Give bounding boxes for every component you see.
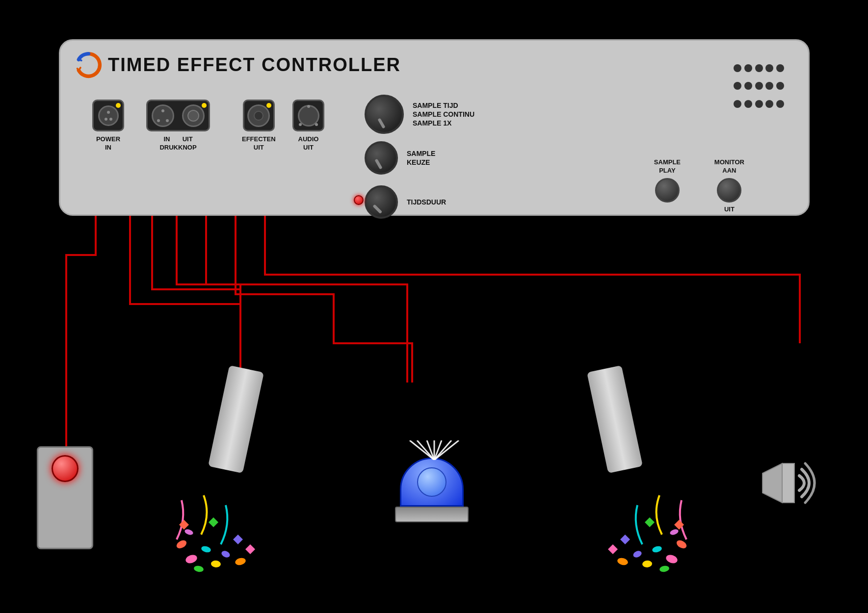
connector-socket-audio-uit	[292, 100, 324, 131]
panel-logo: TIMED EFFECT CONTROLLER	[75, 51, 401, 78]
xlr-pin	[307, 105, 310, 108]
svg-point-17	[659, 565, 670, 572]
connector-drukknop: IN UITDRUKKNOP	[146, 100, 210, 152]
knob-label-sample-keuze: SAMPLEKEUZE	[407, 149, 435, 167]
sample-play-button-group: SAMPLEPLAY	[654, 158, 681, 203]
grille-dot	[744, 82, 752, 90]
grille-dot	[734, 82, 741, 90]
svg-point-6	[235, 557, 247, 566]
monitor-aan-button-group: MONITORAAN UIT	[714, 158, 744, 213]
button-box-led[interactable]	[52, 455, 79, 482]
knob-tijdsduur[interactable]: TIJDSDUUR	[365, 185, 446, 219]
knob-large[interactable]	[365, 95, 404, 134]
logo-icon	[75, 51, 102, 78]
grille-dot	[755, 82, 763, 90]
svg-point-0	[184, 553, 198, 564]
grille-dot	[765, 100, 773, 108]
siren-base	[395, 507, 469, 522]
red-led	[354, 195, 364, 205]
siren-rays	[400, 440, 469, 460]
grille-dot	[776, 100, 784, 108]
yellow-dot	[266, 103, 271, 108]
connector-effecten-uit: EFFECTENUIT	[242, 100, 276, 152]
knob-medium[interactable]	[365, 141, 398, 175]
connector-socket-effecten-uit	[243, 100, 275, 131]
yellow-dot	[202, 103, 207, 108]
knob-indicator	[372, 204, 382, 214]
grille-dot	[776, 64, 784, 72]
xlr-circle-effecten	[247, 104, 270, 127]
svg-rect-32	[782, 463, 794, 503]
connector-label-power-in: POWERIN	[96, 135, 120, 152]
connector-label-audio-uit: AUDIOUIT	[298, 135, 319, 152]
xlr-pin	[105, 118, 107, 121]
confetti-left	[162, 451, 299, 574]
connector-label-effecten-uit: EFFECTENUIT	[242, 135, 276, 152]
svg-marker-23	[608, 544, 618, 554]
knob-sample-mode[interactable]: SAMPLE TIJDSAMPLE CONTINUSAMPLE 1X	[365, 95, 474, 134]
knob-indicator	[374, 158, 382, 169]
xlr-circle-in	[152, 104, 174, 127]
xlr-inner	[254, 111, 263, 121]
connector-label-drukknop: IN UITDRUKKNOP	[159, 135, 196, 152]
knob-sample-keuze[interactable]: SAMPLEKEUZE	[365, 141, 435, 175]
knob-label-tijdsduur: TIJDSDUUR	[407, 198, 446, 206]
svg-point-2	[210, 560, 221, 568]
svg-point-14	[642, 560, 652, 568]
svg-marker-8	[233, 535, 243, 544]
knob-label-sample-mode: SAMPLE TIJDSAMPLE CONTINUSAMPLE 1X	[413, 101, 474, 128]
xlr-inner	[187, 110, 199, 122]
svg-marker-20	[620, 535, 630, 544]
svg-point-13	[652, 545, 662, 554]
connector-power-in: POWERIN	[92, 100, 124, 152]
svg-point-5	[193, 565, 204, 572]
svg-point-12	[665, 553, 679, 564]
svg-point-7	[184, 528, 194, 536]
sample-play-label: SAMPLEPLAY	[654, 158, 681, 175]
xlr-pin	[299, 123, 302, 126]
svg-marker-22	[645, 517, 655, 527]
xlr-pin	[315, 123, 318, 126]
grille-dot	[744, 64, 752, 72]
monitor-uit-label: UIT	[724, 205, 735, 213]
xlr-circle-audio	[298, 105, 319, 127]
controller-panel: TIMED EFFECT CONTROLLER POWERIN	[59, 39, 810, 216]
grille-dot	[734, 64, 741, 72]
knob-indicator	[377, 118, 385, 128]
xlr-pin	[161, 109, 164, 112]
yellow-dot	[116, 103, 121, 108]
speaker-icon	[743, 434, 841, 532]
siren	[400, 458, 469, 522]
svg-point-18	[617, 557, 629, 566]
xlr-circle-uit	[182, 104, 205, 127]
grille-dot	[755, 100, 763, 108]
monitor-aan-label: MONITORAAN	[714, 158, 744, 175]
knob-medium-tijdsduur[interactable]	[365, 185, 398, 219]
button-box	[37, 446, 93, 549]
panel-title: TIMED EFFECT CONTROLLER	[108, 54, 401, 76]
svg-point-19	[669, 528, 679, 536]
xlr-pin	[157, 119, 160, 122]
xlr-pin	[107, 111, 110, 114]
confetti-right	[564, 451, 701, 574]
connector-socket-drukknop	[146, 100, 210, 131]
grille-dot	[765, 82, 773, 90]
grille-dot	[755, 64, 763, 72]
monitor-aan-button[interactable]	[717, 178, 741, 203]
svg-point-16	[632, 550, 642, 559]
svg-marker-11	[245, 544, 255, 554]
grille-dot	[744, 100, 752, 108]
grille-dot	[765, 64, 773, 72]
xlr-pin	[166, 119, 169, 122]
connector-socket-power-in	[92, 100, 124, 131]
connector-audio-uit: AUDIOUIT	[292, 100, 324, 152]
svg-point-4	[220, 550, 231, 559]
siren-inner	[417, 467, 447, 497]
svg-marker-31	[763, 463, 782, 503]
xlr-pin	[109, 118, 112, 121]
siren-dome	[400, 458, 464, 507]
svg-point-3	[175, 538, 188, 550]
svg-line-25	[417, 440, 434, 460]
sample-play-button[interactable]	[655, 178, 680, 203]
svg-point-15	[675, 538, 688, 550]
